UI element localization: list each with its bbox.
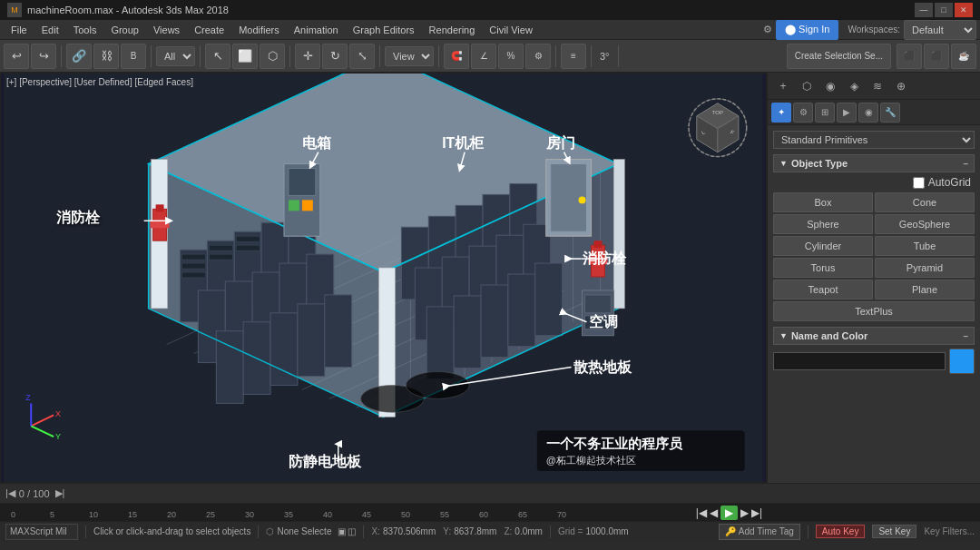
cylinder-button[interactable]: Cylinder xyxy=(773,236,873,256)
toolbar-extra-2[interactable]: ⬛ xyxy=(924,44,949,69)
object-type-header[interactable]: ▼ Object Type – xyxy=(773,154,975,172)
playback-controls: |◀ ◀ ▶ ▶ ▶| xyxy=(696,504,762,521)
autogrid-checkbox[interactable] xyxy=(913,177,925,189)
svg-rect-67 xyxy=(289,200,299,211)
frame-forward-icon[interactable]: ▶| xyxy=(55,487,65,499)
plane-button[interactable]: Plane xyxy=(875,280,975,300)
menu-animation[interactable]: Animation xyxy=(287,20,346,40)
pyramid-button[interactable]: Pyramid xyxy=(875,258,975,278)
lasso-select[interactable]: ⬡ xyxy=(260,44,285,69)
menu-rendering[interactable]: Rendering xyxy=(422,20,483,40)
z-value: 0.0mm xyxy=(514,526,543,536)
play-start-button[interactable]: |◀ xyxy=(696,506,707,519)
cone-button[interactable]: Cone xyxy=(875,192,975,212)
timeline-numbers: 0 5 10 15 20 25 30 35 40 45 50 55 60 65 … xyxy=(0,504,980,521)
svg-text:空调: 空调 xyxy=(589,313,618,329)
menu-create[interactable]: Create xyxy=(187,20,231,40)
auto-key-button[interactable]: Auto Key xyxy=(816,525,866,538)
menu-tools[interactable]: Tools xyxy=(66,20,104,40)
svg-rect-73 xyxy=(151,221,170,228)
menu-group[interactable]: Group xyxy=(103,20,146,40)
panel-icon-3[interactable]: ◈ xyxy=(844,76,864,96)
tab-modify[interactable]: ⚙ xyxy=(793,103,813,123)
redo-button[interactable]: ↪ xyxy=(31,44,56,69)
window-controls: — □ ✕ xyxy=(915,3,973,17)
timeline-track[interactable]: 0 5 10 15 20 25 30 35 40 45 50 55 60 65 … xyxy=(0,503,980,521)
select-tool[interactable]: ↖ xyxy=(205,44,230,69)
add-time-tag-button[interactable]: 🔑 Add Time Tag xyxy=(719,524,800,540)
tab-display[interactable]: ◉ xyxy=(858,103,878,123)
toolbar-extra-3[interactable]: ☕ xyxy=(951,44,976,69)
color-swatch[interactable] xyxy=(949,349,975,374)
prev-frame-button[interactable]: ◀ xyxy=(710,506,718,519)
bind-button[interactable]: B xyxy=(121,44,146,69)
svg-rect-32 xyxy=(236,236,260,241)
sphere-button[interactable]: Sphere xyxy=(773,214,873,234)
svg-text:消防栓: 消防栓 xyxy=(56,209,101,225)
spinner-snap[interactable]: ⚙ xyxy=(525,44,551,69)
menu-edit[interactable]: Edit xyxy=(34,20,66,40)
tube-button[interactable]: Tube xyxy=(875,236,975,256)
panel-icon-5[interactable]: ⊕ xyxy=(891,76,911,96)
select-region[interactable]: ⬜ xyxy=(232,44,258,69)
statusbar: MAXScript Mil Click or click-and-drag to… xyxy=(0,521,980,541)
script-area[interactable]: MAXScript Mil xyxy=(5,524,78,540)
teapot-button[interactable]: Teapot xyxy=(773,280,873,300)
panel-icon-4[interactable]: ≋ xyxy=(867,76,887,96)
create-selection-button[interactable]: Create Selection Se... xyxy=(787,44,891,69)
panel-icon-2[interactable]: ◉ xyxy=(820,76,840,96)
frame-start-icon[interactable]: |◀ xyxy=(5,487,15,499)
tab-utilities[interactable]: 🔧 xyxy=(880,103,900,123)
align-button[interactable]: ≡ xyxy=(561,44,586,69)
window-title: machineRoom.max - Autodesk 3ds Max 2018 xyxy=(27,5,915,15)
menu-graph-editors[interactable]: Graph Editors xyxy=(346,20,422,40)
percent-snap[interactable]: % xyxy=(498,44,524,69)
toolbar-extra-1[interactable]: ⬛ xyxy=(897,44,922,69)
primitives-dropdown[interactable]: Standard Primitives Extended Primitives … xyxy=(773,131,975,149)
undo-button[interactable]: ↩ xyxy=(4,44,29,69)
maximize-button[interactable]: □ xyxy=(935,3,953,17)
move-tool[interactable]: ✛ xyxy=(295,44,320,69)
angle-snap[interactable]: ∠ xyxy=(471,44,496,69)
x-value: 8370.506mm xyxy=(383,526,436,536)
workspaces-label: Workspaces: xyxy=(848,25,900,34)
object-name-input[interactable] xyxy=(773,352,946,370)
tick-15: 15 xyxy=(128,510,137,519)
tab-hierarchy[interactable]: ⊞ xyxy=(815,103,835,123)
scale-tool[interactable]: ⤡ xyxy=(349,44,375,69)
torus-button[interactable]: Torus xyxy=(773,258,873,278)
textplus-button[interactable]: TextPlus xyxy=(773,301,975,321)
sign-in-button[interactable]: ⬤ Sign In xyxy=(776,20,838,40)
menu-views[interactable]: Views xyxy=(146,20,187,40)
svg-text:防静电地板: 防静电地板 xyxy=(289,453,362,469)
rotate-tool[interactable]: ↻ xyxy=(322,44,348,69)
link-button[interactable]: 🔗 xyxy=(66,44,92,69)
svg-rect-55 xyxy=(454,296,481,368)
name-color-header[interactable]: ▼ Name and Color – xyxy=(773,327,975,345)
play-button[interactable]: ▶ xyxy=(720,506,738,520)
close-button[interactable]: ✕ xyxy=(955,3,973,17)
minimize-button[interactable]: — xyxy=(915,3,933,17)
workspaces-select[interactable]: Default xyxy=(904,20,976,40)
next-frame-button[interactable]: ▶ xyxy=(740,506,749,519)
name-collapse-icon: – xyxy=(963,331,968,341)
menu-modifiers[interactable]: Modifiers xyxy=(231,20,287,40)
menu-civil-view[interactable]: Civil View xyxy=(482,20,539,40)
panel-add-button[interactable]: + xyxy=(773,76,793,96)
tab-create[interactable]: ✦ xyxy=(771,103,791,123)
panel-icon-1[interactable]: ⬡ xyxy=(797,76,817,96)
svg-text:消防栓: 消防栓 xyxy=(583,250,627,266)
grid-area: Grid = 1000.0mm xyxy=(558,526,629,536)
box-button[interactable]: Box xyxy=(773,192,873,212)
menu-file[interactable]: File xyxy=(4,20,34,40)
geosphere-button[interactable]: GeoSphere xyxy=(875,214,975,234)
play-end-button[interactable]: ▶| xyxy=(751,506,762,519)
tab-motion[interactable]: ▶ xyxy=(837,103,857,123)
viewport[interactable]: [+] [Perspective] [User Defined] [Edged … xyxy=(0,73,767,483)
view-select[interactable]: View xyxy=(385,46,434,66)
set-key-button[interactable]: Set Key xyxy=(872,525,916,538)
filter-select[interactable]: All xyxy=(156,46,195,66)
unlink-button[interactable]: ⛓ xyxy=(93,44,119,69)
snap-toggle[interactable]: 🧲 xyxy=(444,44,469,69)
svg-rect-64 xyxy=(613,160,624,309)
